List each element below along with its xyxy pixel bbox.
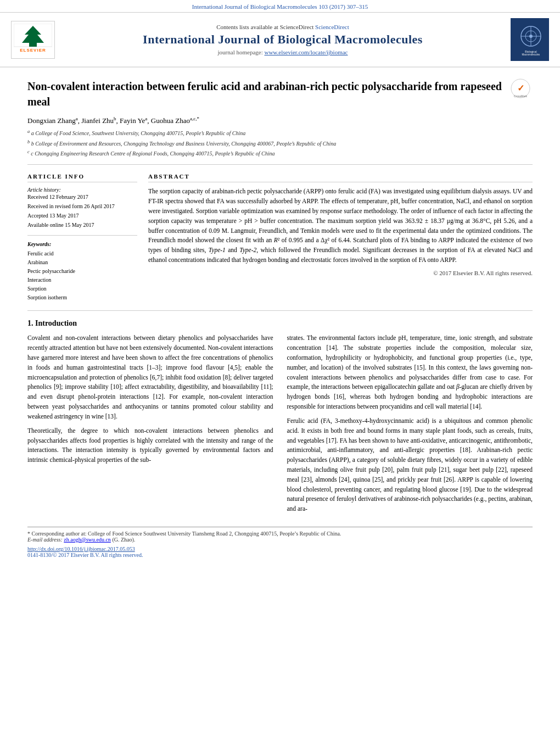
email-link[interactable]: zh.aogh@swu.edu.cn [64,537,111,543]
right-para-2: Ferulic acid (FA, 3-methoxy-4-hydroxycin… [287,416,533,514]
article-info-heading: ARTICLE INFO [27,173,137,182]
keyword-1: Ferulic acid [27,249,137,258]
introduction-section: 1. Introduction Covalent and non-covalen… [27,311,533,518]
doi-link[interactable]: http://dx.doi.org/10.1016/j.ijbiomac.201… [27,546,135,552]
abstract-text: The sorption capacity of arabinan-rich p… [148,187,533,265]
accepted-date: Accepted 13 May 2017 [27,211,137,220]
affil-b: b [114,116,116,121]
sciencedirect-link[interactable]: ScienceDirect [315,24,349,30]
copyright-line: © 2017 Elsevier B.V. All rights reserved… [148,270,533,276]
elsevier-logo-svg: ELSEVIER [14,24,52,54]
available-online-date: Available online 15 May 2017 [27,221,137,230]
intro-para-1: Covalent and non-covalent interactions b… [27,333,273,421]
footnote-section: * Corresponding author at: College of Fo… [27,527,533,543]
authors: Dongxian Zhanga, Jianfei Zhub, Fayin Yea… [27,116,502,125]
article-title-section: Non-covalent interaction between ferulic… [27,68,533,165]
article-title: Non-covalent interaction between ferulic… [27,79,502,109]
affiliation-a: a a College of Food Science, Southwest U… [27,129,502,137]
corr-author-note: * Corresponding author at: College of Fo… [27,531,533,537]
history-label: Article history: [27,187,137,193]
article-content: Non-covalent interaction between ferulic… [0,68,560,558]
svg-text:ELSEVIER: ELSEVIER [20,48,46,53]
crossmark[interactable]: ✓ CrossMark [511,79,533,101]
received-revised-date: Received in revised form 26 April 2017 [27,202,137,211]
affil-a: a [76,116,78,121]
email-line: E-mail address: zh.aogh@swu.edu.cn (G. Z… [27,537,533,543]
journal-homepage-link[interactable]: www.elsevier.com/locate/ijbiomac [264,49,348,55]
journal-header: ELSEVIER Contents lists available at Sci… [0,13,560,68]
svg-text:Macromolecules: Macromolecules [522,53,541,56]
journal-title: International Journal of Biological Macr… [66,32,500,47]
journal-center: Contents lists available at ScienceDirec… [66,24,500,55]
email-suffix: (G. Zhao). [112,537,135,543]
keyword-3: Pectic polysaccharide [27,267,137,276]
keyword-5: Sorption [27,284,137,293]
right-para-1: strates. The environmental factors inclu… [287,333,533,412]
abstract-section: ABSTRACT The sorption capacity of arabin… [148,173,533,302]
affiliations: a a College of Food Science, Southwest U… [27,129,502,158]
body-right-col: strates. The environmental factors inclu… [287,333,533,518]
keyword-4: Interaction [27,276,137,284]
keywords-heading: Keywords: [27,241,137,247]
article-title-text: Non-covalent interaction between ferulic… [27,79,502,159]
affil-ac: a,c,* [190,116,199,121]
article-info-abstract: ARTICLE INFO Article history: Received 1… [27,165,533,311]
contents-line: Contents lists available at ScienceDirec… [66,24,500,30]
intro-para-2: Theoretically, the degree to which non-c… [27,426,273,465]
journal-homepage: journal homepage: www.elsevier.com/locat… [66,49,500,55]
received-date: Received 12 February 2017 [27,193,137,202]
article-dates: Received 12 February 2017 Received in re… [27,193,137,230]
email-label: E-mail address: [27,537,63,543]
affiliation-c: c c Chongqing Engineering Research Centr… [27,149,502,158]
doi-section: http://dx.doi.org/10.1016/j.ijbiomac.201… [27,546,533,558]
bio-logo-box: Biological Macromolecules [511,18,549,61]
top-bar: International Journal of Biological Macr… [0,0,560,13]
article-history: Article history: Received 12 February 20… [27,187,137,230]
svg-text:CrossMark: CrossMark [514,94,528,98]
abstract-heading: ABSTRACT [148,173,533,182]
article-info: ARTICLE INFO Article history: Received 1… [27,173,137,302]
affiliation-b: b b College of Environment and Resources… [27,139,502,148]
crossmark-icon: ✓ CrossMark [511,79,530,98]
keyword-2: Arabinan [27,258,137,267]
keyword-6: Sorption isotherm [27,293,137,302]
keywords-list: Ferulic acid Arabinan Pectic polysacchar… [27,249,137,302]
journal-citation: International Journal of Biological Macr… [192,3,368,10]
body-two-col: Covalent and non-covalent interactions b… [27,333,533,518]
journal-logo-right: Biological Macromolecules [511,18,549,61]
issn-line: 0141-8130/© 2017 Elsevier B.V. All right… [27,552,143,558]
biomacromolecules-logo: Biological Macromolecules [513,21,549,57]
body-left-col: Covalent and non-covalent interactions b… [27,333,273,518]
keywords-section: Keywords: Ferulic acid Arabinan Pectic p… [27,241,137,302]
elsevier-logo: ELSEVIER [11,21,55,59]
svg-text:✓: ✓ [517,83,524,93]
divider [27,235,137,236]
introduction-heading: 1. Introduction [27,319,533,328]
affil-a2: a [145,116,147,121]
